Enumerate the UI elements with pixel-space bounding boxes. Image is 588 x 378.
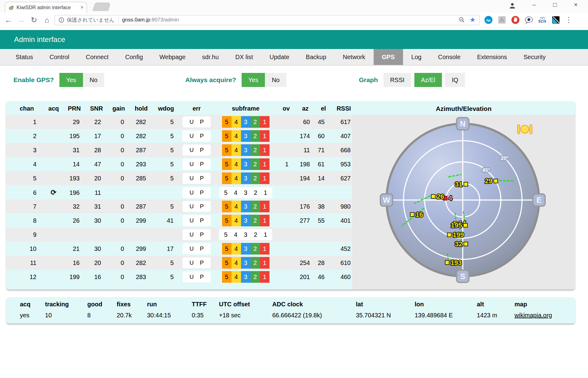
subframe-2-badge: 2	[251, 116, 260, 128]
gps-table-header: chanacqPRNSNRgainholdwdogerrsubframeovaz…	[6, 101, 361, 115]
err-flags: UP	[183, 243, 211, 254]
enable-gps-yes-button[interactable]: Yes	[59, 73, 83, 87]
err-flags: UP	[183, 257, 211, 268]
gps-status-panel: acqyestracking10good8fixes20.7krun30:44:…	[6, 297, 575, 323]
cell-subframe: 54321	[213, 172, 278, 184]
status-label: fixes	[117, 301, 131, 308]
cell-el: 46	[316, 270, 331, 284]
table-row-chan-3: 3312802875UP543211171668	[6, 143, 358, 157]
hp-extension-icon[interactable]: hp	[484, 15, 493, 25]
tab-backup[interactable]: Backup	[298, 49, 335, 65]
cell-wdog: 5	[152, 270, 180, 284]
graph-iq-button[interactable]: IQ	[445, 73, 465, 87]
always-acquire-yes-button[interactable]: Yes	[242, 73, 265, 87]
nav-tabs: StatusControlConnectConfigWebpagesdr.huD…	[0, 49, 588, 66]
cell-prn: 26	[63, 214, 86, 228]
cell-err: UP	[180, 201, 213, 212]
home-icon[interactable]: ⌂	[40, 16, 53, 25]
5ch-extension-icon[interactable]: ('∀')5CH	[538, 15, 547, 25]
table-row-chan-6: 6⟳19611UP54321	[6, 185, 358, 199]
col-header-subframe: subframe	[213, 101, 278, 116]
screen: KiwiSDR admin interface × – □ × ← → ↻ ⌂	[0, 0, 588, 378]
col-header-acq: acq	[44, 101, 63, 116]
always-acquire-no-button[interactable]: No	[265, 73, 286, 87]
tab-config[interactable]: Config	[117, 49, 151, 65]
tab-network[interactable]: Network	[334, 49, 373, 65]
cell-az: 277	[295, 214, 316, 228]
address-bar[interactable]: 保護されていません gnss.0am.jp :8073/admin ★	[55, 15, 480, 25]
err-flags: UP	[183, 130, 211, 142]
subframe-4-badge: 4	[232, 144, 241, 156]
back-icon[interactable]: ←	[2, 16, 15, 25]
cell-prn: 14	[63, 157, 86, 171]
tab-console[interactable]: Console	[430, 49, 469, 65]
cell-err: UP	[180, 173, 213, 184]
subframe-2-badge: 2	[251, 243, 260, 255]
subframe-2-badge: 2	[251, 172, 260, 184]
cell-wdog: 5	[152, 157, 180, 171]
satellite-label-16: 16	[416, 211, 423, 218]
tab-close-icon[interactable]: ×	[80, 4, 84, 11]
subframe-5-badge: 5	[222, 116, 232, 128]
tab-log[interactable]: Log	[403, 49, 430, 65]
status-label: acq	[20, 301, 30, 308]
browser-menu-icon[interactable]: ⋮	[564, 16, 573, 24]
reload-icon[interactable]: ↻	[28, 16, 40, 25]
map-link[interactable]: wikimapia.org	[514, 312, 552, 319]
gps-panel: chanacqPRNSNRgainholdwdogerrsubframeovaz…	[6, 101, 575, 289]
browser-tab[interactable]: KiwiSDR admin interface ×	[5, 2, 87, 13]
graph-azel-button[interactable]: Az/El	[414, 73, 442, 87]
status-value[interactable]: wikimapia.org	[514, 312, 552, 319]
tab-sdr-hu[interactable]: sdr.hu	[194, 49, 227, 65]
tab-update[interactable]: Update	[261, 49, 298, 65]
eye-bubble-extension-icon[interactable]	[524, 15, 533, 25]
adblock-extension-icon[interactable]	[511, 15, 520, 25]
cell-subframe: 54321	[213, 271, 278, 283]
tab-extensions[interactable]: Extensions	[469, 49, 515, 65]
url-path: :8073/admin	[150, 17, 179, 23]
status-label: ADC clock	[272, 301, 303, 308]
subframe-5-badge: 5	[222, 201, 232, 212]
err-flags: UP	[183, 159, 211, 170]
satellite-marker-16	[410, 213, 414, 217]
window-close-button[interactable]: ×	[571, 1, 581, 8]
zoom-out-icon[interactable]	[458, 17, 465, 23]
reader-extension-icon[interactable]	[551, 15, 560, 25]
info-icon[interactable]	[58, 17, 64, 23]
cell-el: 14	[316, 171, 331, 185]
tab-status[interactable]: Status	[7, 49, 41, 65]
status-value: 1423 m	[477, 312, 497, 319]
table-row-chan-1: 1292202825UP543216045617	[6, 115, 358, 129]
acrobat-extension-icon[interactable]	[497, 15, 507, 25]
subframe-1-badge: 1	[260, 257, 270, 269]
background-tab[interactable]	[92, 2, 111, 11]
subframe-5-badge: 5	[222, 130, 232, 142]
status-value: 66.666422 (19.8k)	[272, 312, 322, 319]
err-flags: UP	[183, 271, 211, 282]
tab-gps[interactable]: GPS	[374, 49, 403, 65]
profile-icon[interactable]	[508, 2, 516, 11]
graph-rssi-button[interactable]: RSSI	[383, 73, 411, 87]
subframe-5-badge: 5	[222, 144, 232, 156]
tab-connect[interactable]: Connect	[77, 49, 117, 65]
cell-chan: 3	[9, 143, 44, 157]
cell-err: UP	[180, 116, 213, 127]
subframe-2-badge: 2	[251, 271, 260, 283]
window-maximize-button[interactable]: □	[550, 1, 560, 8]
subframe-4-badge: 4	[232, 243, 241, 255]
tab-security[interactable]: Security	[515, 49, 554, 65]
cell-prn: 199	[63, 270, 86, 284]
subframe-1-badge: 1	[260, 243, 270, 255]
subframe-4-badge: 4	[232, 201, 241, 212]
window-minimize-button[interactable]: –	[529, 1, 539, 8]
cell-err: UP	[180, 215, 213, 226]
cell-hold: 299	[130, 214, 152, 228]
subframe-5-badge: 5	[222, 215, 232, 226]
bookmark-star-icon[interactable]: ★	[469, 16, 476, 24]
tab-dx-list[interactable]: DX list	[227, 49, 261, 65]
tab-control[interactable]: Control	[41, 49, 77, 65]
subframe-4-badge: 4	[232, 271, 241, 283]
enable-gps-no-button[interactable]: No	[83, 73, 104, 87]
tab-webpage[interactable]: Webpage	[151, 49, 194, 65]
satellite-label-193: 193	[450, 259, 462, 266]
